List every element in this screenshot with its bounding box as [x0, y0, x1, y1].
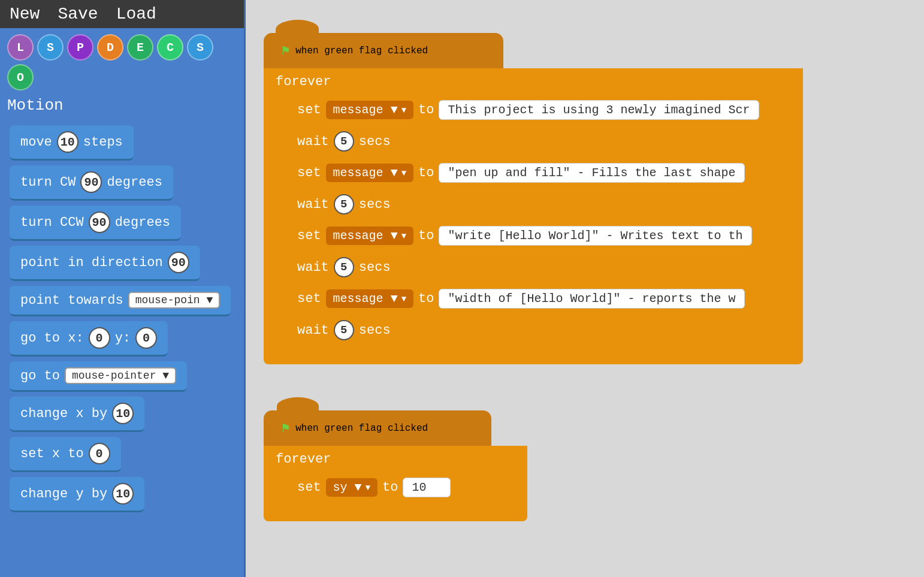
set-block-3[interactable]: set message ▼ to "write [Hello World]" -…	[288, 221, 803, 250]
forever-body-2: set sy ▼ to 10	[288, 473, 527, 502]
block-gotoxy-text1: go to x:	[20, 331, 84, 346]
script-2: ⚑ when green flag clicked forever set sy…	[264, 410, 527, 521]
hat-block-1-label: when green flag clicked	[295, 46, 428, 56]
green-flag-icon: ⚑	[282, 43, 289, 59]
wait-text-2: wait	[297, 197, 329, 212]
block-move-value: 10	[57, 131, 78, 153]
set-text-1: set	[297, 102, 321, 117]
block-change-x[interactable]: change x by 10	[10, 397, 144, 432]
set-to-2: to	[418, 165, 434, 180]
set-text-5: set	[297, 480, 321, 495]
block-setx-text: set x to	[20, 446, 84, 461]
set-text-4: set	[297, 291, 321, 306]
block-turn-ccw[interactable]: turn CCW 90 degrees	[10, 206, 181, 241]
block-move-text2: steps	[83, 135, 123, 150]
category-dot-s[interactable]: S	[37, 34, 64, 61]
block-changey-value: 10	[112, 483, 134, 505]
block-changex-text: change x by	[20, 406, 107, 421]
set-to-5: to	[382, 480, 398, 495]
sidebar: New Save Load L S P D E C S O Motion mov…	[0, 0, 246, 577]
wait-value-3: 5	[334, 257, 354, 277]
set-var-5[interactable]: sy ▼	[326, 478, 378, 497]
category-bar: L S P D E C S O	[0, 28, 244, 94]
wait-secs-4: secs	[359, 323, 391, 338]
wait-text-1: wait	[297, 134, 329, 149]
block-changex-value: 10	[112, 403, 134, 424]
forever-cap-2	[264, 505, 527, 515]
forever-body-1: set message ▼ to This project is using 3…	[288, 95, 803, 345]
wait-block-2[interactable]: wait 5 secs	[288, 189, 803, 219]
category-dot-e[interactable]: E	[127, 34, 153, 61]
set-text-2: set	[297, 165, 321, 180]
block-pointdir-text: point in direction	[20, 255, 163, 270]
category-dot-o[interactable]: O	[7, 64, 34, 90]
block-point-dir[interactable]: point in direction 90	[10, 246, 200, 281]
set-block-4[interactable]: set message ▼ to "width of [Hello World]…	[288, 284, 803, 313]
wait-block-3[interactable]: wait 5 secs	[288, 252, 803, 282]
set-to-1: to	[418, 102, 434, 117]
set-block-2[interactable]: set message ▼ to "pen up and fill" - Fil…	[288, 158, 803, 188]
new-button[interactable]: New	[10, 5, 40, 23]
block-gotot-dropdown[interactable]: mouse-pointer ▼	[65, 367, 176, 384]
forever-label-2: forever	[264, 446, 527, 473]
block-goto-xy[interactable]: go to x: 0 y: 0	[10, 321, 168, 357]
hat-block-2[interactable]: ⚑ when green flag clicked	[264, 410, 491, 446]
hat-block-1[interactable]: ⚑ when green flag clicked	[264, 33, 503, 68]
block-turncw-value: 90	[80, 171, 102, 193]
category-dot-l[interactable]: L	[7, 34, 34, 61]
block-change-y[interactable]: change y by 10	[10, 477, 144, 512]
blocks-area: move 10 steps turn CW 90 degrees turn CC…	[0, 119, 244, 577]
block-gotoxy-x: 0	[89, 327, 110, 349]
block-gotot-text: go to	[20, 368, 60, 383]
set-var-4[interactable]: message ▼	[326, 289, 413, 308]
block-turncw-text2: degrees	[107, 175, 162, 190]
block-turn-cw[interactable]: turn CW 90 degrees	[10, 165, 173, 201]
wait-text-4: wait	[297, 323, 329, 338]
set-var-3[interactable]: message ▼	[326, 226, 413, 245]
category-dot-s2[interactable]: S	[187, 34, 213, 61]
category-dot-c[interactable]: C	[157, 34, 183, 61]
set-text-3: set	[297, 228, 321, 243]
category-dot-d[interactable]: D	[97, 34, 123, 61]
block-turnccw-text2: degrees	[115, 215, 170, 230]
wait-secs-1: secs	[359, 134, 391, 149]
block-turnccw-text: turn CCW	[20, 215, 84, 230]
block-setx-value: 0	[89, 443, 110, 464]
set-value-3[interactable]: "write [Hello World]" - Writes text to t…	[439, 226, 751, 246]
block-goto-target[interactable]: go to mouse-pointer ▼	[10, 361, 187, 392]
wait-secs-2: secs	[359, 197, 391, 212]
forever-label-1: forever	[264, 68, 803, 95]
load-button[interactable]: Load	[116, 5, 156, 23]
wait-block-1[interactable]: wait 5 secs	[288, 126, 803, 156]
forever-container-1: forever set message ▼ to This project is…	[264, 68, 803, 364]
save-button[interactable]: Save	[58, 5, 98, 23]
set-var-1[interactable]: message ▼	[326, 101, 413, 119]
toolbar: New Save Load	[0, 0, 244, 28]
set-to-4: to	[418, 291, 434, 306]
block-move-text1: move	[20, 135, 52, 150]
block-turnccw-value: 90	[89, 212, 110, 233]
block-turncw-text: turn CW	[20, 175, 76, 190]
set-to-3: to	[418, 228, 434, 243]
forever-container-2: forever set sy ▼ to 10	[264, 446, 527, 521]
forever-cap-1	[264, 348, 803, 358]
category-dot-p[interactable]: P	[67, 34, 93, 61]
set-value-2[interactable]: "pen up and fill" - Fills the last shape	[439, 163, 744, 183]
block-pointtowards-dropdown[interactable]: mouse-poin ▼	[128, 292, 221, 309]
canvas: ⚑ when green flag clicked forever set me…	[246, 0, 924, 577]
wait-value-4: 5	[334, 320, 354, 340]
wait-block-4[interactable]: wait 5 secs	[288, 315, 803, 345]
wait-text-3: wait	[297, 260, 329, 275]
block-pointdir-value: 90	[168, 252, 189, 273]
set-value-1[interactable]: This project is using 3 newly imagined S…	[439, 100, 759, 120]
block-point-towards[interactable]: point towards mouse-poin ▼	[10, 286, 231, 316]
block-pointtowards-text: point towards	[20, 293, 123, 308]
block-move[interactable]: move 10 steps	[10, 125, 134, 161]
block-set-x[interactable]: set x to 0	[10, 437, 121, 472]
set-value-4[interactable]: "width of [Hello World]" - reports the w	[439, 289, 744, 309]
set-block-1[interactable]: set message ▼ to This project is using 3…	[288, 95, 803, 125]
set-value-5[interactable]: 10	[403, 478, 451, 497]
set-var-2[interactable]: message ▼	[326, 164, 413, 182]
block-gotoxy-y: 0	[135, 327, 157, 349]
set-block-5[interactable]: set sy ▼ to 10	[288, 473, 527, 502]
